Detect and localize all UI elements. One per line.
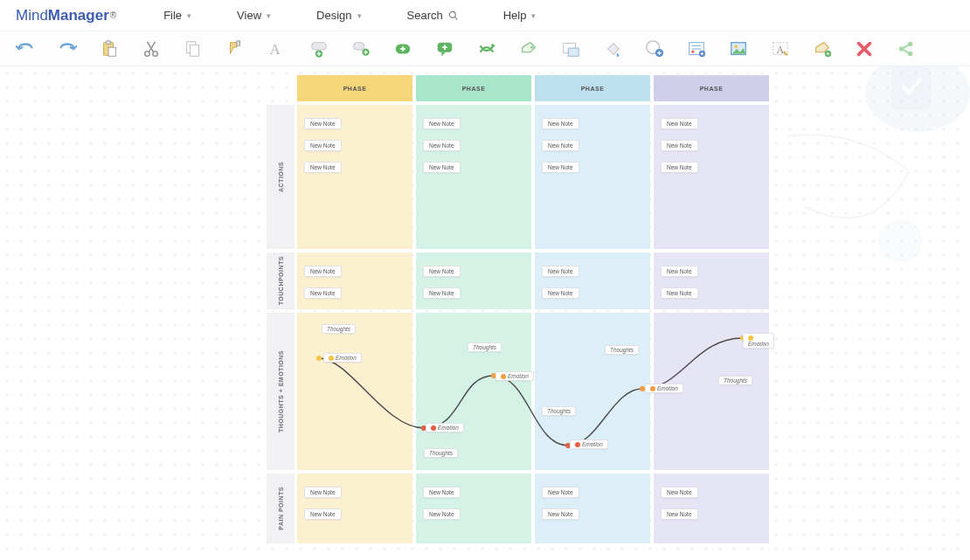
thought-label[interactable]: Thoughts <box>542 406 576 416</box>
note[interactable]: New Note <box>661 266 698 277</box>
svg-point-30 <box>734 45 738 48</box>
format-painter-button[interactable] <box>224 38 246 60</box>
relationship-button[interactable] <box>475 38 498 60</box>
note[interactable]: New Note <box>542 487 579 498</box>
topic-info-button[interactable] <box>685 38 708 60</box>
menu-design[interactable]: Design▾ <box>316 9 361 22</box>
actions-cell-2[interactable]: New Note New Note New Note <box>416 105 531 249</box>
note[interactable]: New Note <box>304 487 342 498</box>
chevron-down-icon: ▾ <box>267 11 271 20</box>
delete-button[interactable] <box>853 38 876 60</box>
menu-help[interactable]: Help▾ <box>503 9 537 22</box>
note[interactable]: New Note <box>661 287 698 299</box>
fill-button[interactable] <box>601 38 624 60</box>
pain-cell-1[interactable]: New Note New Note <box>297 474 412 543</box>
svg-rect-15 <box>354 42 364 49</box>
actions-cell-1[interactable]: New Note New Note New Note <box>297 105 412 249</box>
note[interactable]: New Note <box>304 162 342 173</box>
phase-header-1[interactable]: PHASE <box>297 75 412 101</box>
font-button[interactable]: A <box>266 38 288 60</box>
phase-label: PHASE <box>581 86 605 92</box>
menu-file-label: File <box>163 9 182 22</box>
thought-label[interactable]: Thoughts <box>468 342 502 352</box>
actions-cell-3[interactable]: New Note New Note New Note <box>535 105 650 249</box>
attach-button[interactable] <box>811 38 834 60</box>
note[interactable]: New Note <box>304 140 342 151</box>
note[interactable]: New Note <box>304 287 342 299</box>
phase-label: PHASE <box>462 86 486 92</box>
touch-cell-1[interactable]: New Note New Note <box>297 252 412 309</box>
thought-label[interactable]: Thoughts <box>424 448 458 458</box>
note[interactable]: New Note <box>661 508 698 520</box>
copy-button[interactable] <box>182 38 204 60</box>
thought-label[interactable]: Thoughts <box>718 376 752 385</box>
cut-button[interactable] <box>140 38 163 60</box>
emo-cell-1[interactable] <box>297 313 412 470</box>
note[interactable]: New Note <box>423 266 461 277</box>
touch-cell-2[interactable]: New Note New Note <box>416 252 531 309</box>
boundary-button[interactable] <box>559 38 582 60</box>
touch-cell-3[interactable]: New Note New Note <box>535 252 650 309</box>
note[interactable]: New Note <box>304 508 342 520</box>
row-label-touchpoints: TOUCHPOINTS <box>267 252 294 309</box>
emotion-label[interactable]: Emotion <box>426 423 464 432</box>
add-floating-topic-button[interactable] <box>391 38 414 60</box>
emotion-label[interactable]: Emotion <box>570 439 608 449</box>
add-topic-button[interactable] <box>308 38 330 60</box>
note[interactable]: New Note <box>661 487 698 498</box>
canvas[interactable]: PHASE PHASE PHASE PHASE ACTIONS New Note… <box>0 66 970 560</box>
phase-header-3[interactable]: PHASE <box>535 75 650 101</box>
note[interactable]: New Note <box>542 118 579 129</box>
menu-file[interactable]: File▾ <box>163 9 191 22</box>
menu-search[interactable]: Search <box>407 9 458 22</box>
row-label-actions: ACTIONS <box>267 105 294 249</box>
note[interactable]: New Note <box>661 118 698 129</box>
chevron-down-icon: ▾ <box>531 11 536 20</box>
note[interactable]: New Note <box>661 162 698 173</box>
chevron-down-icon: ▾ <box>187 11 191 20</box>
note[interactable]: New Note <box>423 140 461 151</box>
note[interactable]: New Note <box>661 140 698 151</box>
phase-header-4[interactable]: PHASE <box>654 75 769 101</box>
thought-label[interactable]: Thoughts <box>605 345 639 355</box>
text-box-button[interactable]: A <box>769 38 792 60</box>
note[interactable]: New Note <box>304 118 342 129</box>
paste-button[interactable] <box>98 38 121 60</box>
note[interactable]: New Note <box>304 266 342 277</box>
note[interactable]: New Note <box>542 508 579 520</box>
pain-cell-3[interactable]: New Note New Note <box>535 474 650 543</box>
undo-button[interactable] <box>14 38 37 60</box>
menu-view[interactable]: View▾ <box>237 9 271 22</box>
add-note-button[interactable] <box>643 38 666 60</box>
note[interactable]: New Note <box>542 162 579 173</box>
add-subtopic-button[interactable] <box>350 38 372 60</box>
pain-cell-4[interactable]: New Note New Note <box>654 474 769 543</box>
thought-label[interactable]: Thoughts <box>322 324 356 334</box>
emotion-label[interactable]: Emotion <box>323 353 362 363</box>
note[interactable]: New Note <box>542 140 579 151</box>
emo-cell-2[interactable] <box>416 313 531 470</box>
redo-button[interactable] <box>56 38 79 60</box>
note[interactable]: New Note <box>423 162 461 173</box>
phase-header-2[interactable]: PHASE <box>416 75 531 101</box>
touch-cell-4[interactable]: New Note New Note <box>654 252 769 309</box>
note[interactable]: New Note <box>423 508 461 520</box>
tag-button[interactable] <box>517 38 540 60</box>
actions-cell-4[interactable]: New Note New Note New Note <box>654 105 769 249</box>
note[interactable]: New Note <box>423 487 461 498</box>
note[interactable]: New Note <box>423 287 461 299</box>
chevron-down-icon: ▾ <box>357 11 362 20</box>
image-button[interactable] <box>727 38 750 60</box>
pain-cell-2[interactable]: New Note New Note <box>416 474 531 543</box>
emotion-label[interactable]: Emotion <box>743 333 774 349</box>
note[interactable]: New Note <box>542 266 579 277</box>
add-callout-button[interactable] <box>433 38 456 60</box>
emotion-label[interactable]: Emotion <box>495 371 534 381</box>
app-logo: MindManager® <box>10 3 128 28</box>
note[interactable]: New Note <box>542 287 579 299</box>
share-button[interactable] <box>895 38 918 60</box>
note[interactable]: New Note <box>423 118 461 129</box>
svg-rect-13 <box>312 42 327 49</box>
menu-design-label: Design <box>316 9 351 22</box>
emotion-label[interactable]: Emotion <box>645 384 683 393</box>
